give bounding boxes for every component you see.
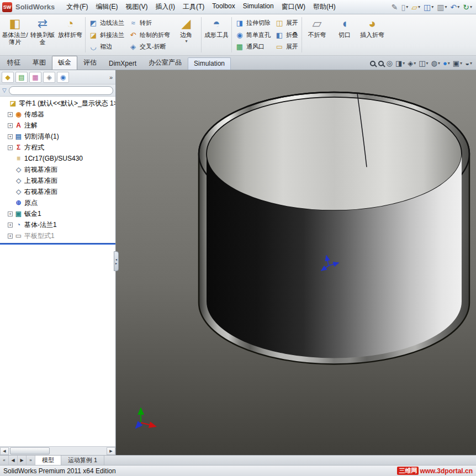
sheet-nav-last-button[interactable]: » <box>27 456 35 465</box>
ribbon-insert-bends-button[interactable]: ◕插入折弯 <box>358 15 386 54</box>
ribbon-separator <box>85 17 86 52</box>
expander-icon[interactable]: + <box>8 211 13 216</box>
ribbon-sketched-bend-button[interactable]: ↶绘制的折弯 <box>128 31 171 39</box>
tab-features[interactable]: 特征 <box>1 56 27 70</box>
sheet-nav-next-button[interactable]: ▶ <box>18 456 27 465</box>
viewtool-zoom-fit-button[interactable] <box>369 60 376 67</box>
panel-tabs-overflow-chevron[interactable]: » <box>109 74 114 81</box>
ribbon-lofted-bend-button[interactable]: ◔放样折弯 <box>56 15 84 54</box>
tab-office-products[interactable]: 办公室产品 <box>142 56 188 70</box>
expander-icon[interactable]: + <box>8 112 13 117</box>
expander-icon[interactable]: + <box>8 145 13 150</box>
menu-simulation[interactable]: Simulation <box>239 0 278 14</box>
scroll-right-icon[interactable] <box>107 447 115 455</box>
sheet-nav-prev-button[interactable]: ◀ <box>9 456 18 465</box>
viewtool-view-settings-button[interactable]: ◒▾ <box>464 59 473 68</box>
expander-icon[interactable]: + <box>8 223 13 228</box>
menu-insert[interactable]: 插入(I) <box>152 0 179 14</box>
ribbon-fold-button[interactable]: ◧折叠 <box>274 31 299 39</box>
tree-item-origin[interactable]: ⊕原点 <box>0 197 115 208</box>
toolbar-new-document-button[interactable]: ▯▾ <box>399 2 410 12</box>
menu-edit[interactable]: 编辑(E) <box>92 0 122 14</box>
menu-file[interactable]: 文件(F) <box>62 0 92 14</box>
panel-tab-displaymanager[interactable]: ◉ <box>57 72 69 83</box>
ribbon-no-bends-button[interactable]: ▱不折弯 <box>303 15 331 54</box>
ribbon-corners-button[interactable]: ◢边角▾ <box>172 15 200 54</box>
menu-tools[interactable]: 工具(T) <box>179 0 208 14</box>
sheet-tab-motion-study-1[interactable]: 运动算例 1 <box>61 456 104 465</box>
viewtool-edit-appearance-button[interactable]: ●▾ <box>442 59 451 68</box>
scrollbar-thumb[interactable] <box>10 447 50 454</box>
tab-dimxpert[interactable]: DimXpert <box>103 57 142 70</box>
panel-horizontal-scrollbar[interactable] <box>0 446 115 455</box>
toolbar-pen-button[interactable]: ✎ <box>390 2 400 12</box>
ribbon-forming-tool-button[interactable]: ◓成形工具 <box>203 15 230 54</box>
tab-sketch[interactable]: 草图 <box>27 56 52 70</box>
tab-simulation[interactable]: Simulation <box>188 57 231 70</box>
viewtool-apply-scene-button[interactable]: ▣▾ <box>452 59 463 68</box>
ribbon-base-flange-button[interactable]: ◧基体法兰/薄片 <box>1 15 29 54</box>
panel-splitter-handle[interactable] <box>114 251 119 271</box>
tree-item-top-plane[interactable]: ◇上视基准面 <box>0 175 115 186</box>
tree-item-material[interactable]: ≡1Cr17(GB)/SUS430 <box>0 153 115 164</box>
menu-help[interactable]: 帮助(H) <box>309 0 340 14</box>
ribbon-extruded-cut-button[interactable]: ◨拉伸切除 <box>234 19 272 27</box>
tree-item-cut-list[interactable]: +▤切割清单(1) <box>0 131 115 142</box>
tab-sheet-metal[interactable]: 钣金 <box>52 56 77 70</box>
viewtool-view-orientation-button[interactable]: ◈▾ <box>407 59 416 68</box>
menu-toolbox[interactable]: Toolbox <box>208 0 239 14</box>
ribbon-flatten-button[interactable]: ▭展开 <box>274 43 299 51</box>
tree-filter-input[interactable] <box>9 86 113 95</box>
viewport-canvas[interactable] <box>116 70 476 455</box>
ribbon-miter-flange-button[interactable]: ◪斜接法兰 <box>88 31 125 39</box>
menu-window[interactable]: 窗口(W) <box>278 0 309 14</box>
tree-item-base-flange-1[interactable]: +◔基体-法兰1 <box>0 219 115 230</box>
ribbon-unfold-button[interactable]: ◫展开 <box>274 19 299 27</box>
tree-item-sensors[interactable]: +◉传感器 <box>0 109 115 120</box>
toolbar-save-button[interactable]: ◫▾ <box>422 2 435 12</box>
tree-item-front-plane[interactable]: ◇前视基准面 <box>0 164 115 175</box>
menu-view[interactable]: 视图(V) <box>122 0 152 14</box>
viewport[interactable] <box>116 70 476 455</box>
ribbon-convert-to-sheet-metal-button[interactable]: ⇄转换到钣金 <box>29 15 56 54</box>
scroll-left-icon[interactable] <box>0 447 9 455</box>
panel-tab-configurationmanager[interactable]: ▦ <box>29 72 41 83</box>
sheet-nav-first-button[interactable]: « <box>0 456 9 465</box>
ribbon-jog-button[interactable]: ≈转折 <box>128 19 171 27</box>
ribbon-simple-hole-button[interactable]: ◉简单直孔 <box>234 31 272 39</box>
viewtool-display-style-button[interactable]: ◫▾ <box>418 59 429 68</box>
tree-item-part-root[interactable]: ◪零件1 (默认<<默认>_显示状态 1> <box>0 98 115 109</box>
panel-tab-featuremanager[interactable]: ◆ <box>2 72 14 83</box>
tree-item-sheet-metal-1[interactable]: +▣钣金1 <box>0 208 115 219</box>
part-ring[interactable] <box>199 92 469 364</box>
tab-evaluate[interactable]: 评估 <box>77 56 103 70</box>
toolbar-open-folder-button[interactable]: ▱▾ <box>410 2 422 12</box>
expander-icon[interactable]: + <box>8 123 13 128</box>
base-flange-feature-icon: ◔ <box>14 221 23 229</box>
toolbar-rebuild-button[interactable]: ↻▾ <box>461 2 474 12</box>
ribbon-edge-flange-button[interactable]: ◩边线法兰 <box>88 19 125 27</box>
toolbar-print-button[interactable]: ▥▾ <box>435 2 448 12</box>
expander-icon[interactable]: + <box>8 234 13 239</box>
viewtool-zoom-area-button[interactable] <box>378 60 384 67</box>
panel-tab-dimxpertmanager[interactable]: ◈ <box>43 72 55 83</box>
ribbon-vent-button[interactable]: ▦通风口 <box>234 43 272 51</box>
ribbon-rip-button[interactable]: ◖切口 <box>331 15 358 54</box>
tree-item-equations[interactable]: +Σ方程式 <box>0 142 115 153</box>
tree-item-annotations[interactable]: +A注解 <box>0 120 115 131</box>
scrollbar-track[interactable] <box>9 447 107 455</box>
panel-tab-propertymanager[interactable]: ▤ <box>15 72 28 83</box>
viewtool-hide-show-items-button[interactable]: ◍▾ <box>431 59 441 68</box>
ribbon-hem-button[interactable]: ◡褶边 <box>88 43 125 51</box>
viewtool-section-view-button[interactable]: ◨▾ <box>395 59 405 68</box>
expander-icon[interactable]: + <box>8 134 13 139</box>
ribbon-cross-break-button[interactable]: ◈交叉-折断 <box>128 43 171 51</box>
tree-item-right-plane[interactable]: ◇右视基准面 <box>0 186 115 197</box>
rollback-bar[interactable] <box>0 243 115 245</box>
sheet-tab-model[interactable]: 模型 <box>35 456 61 465</box>
inner-rim-edge[interactable] <box>207 97 462 210</box>
viewtool-zoom-previous-button[interactable]: ◎ <box>386 59 393 68</box>
tree-item-label: 切割清单(1) <box>24 132 59 141</box>
tree-item-flat-pattern-1[interactable]: +▭平板型式1 <box>0 230 115 241</box>
toolbar-undo-button[interactable]: ↶▾ <box>449 2 462 12</box>
